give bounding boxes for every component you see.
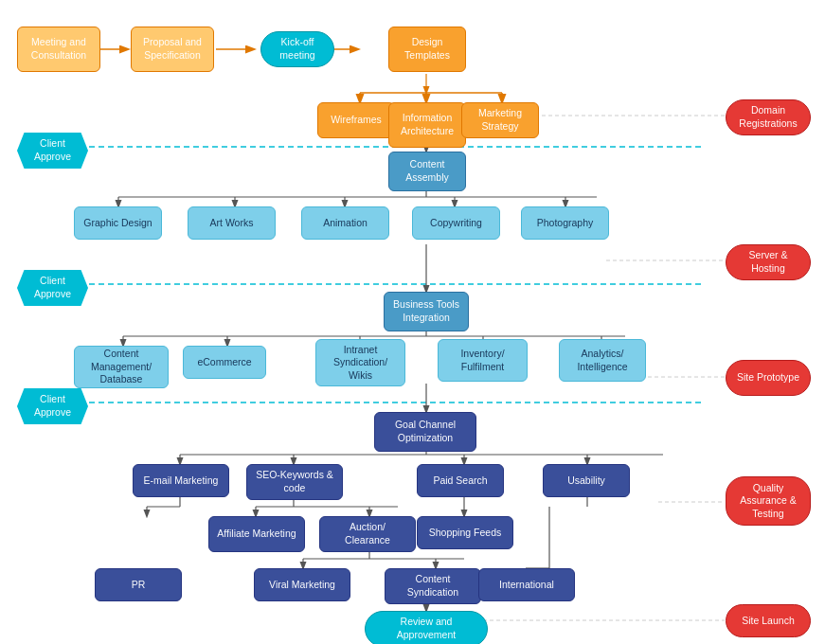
email-marketing-node: E-mail Marketing (133, 464, 229, 497)
inventory-label: Inventory/ Fulfilment (444, 348, 521, 373)
photography-node: Photography (521, 206, 609, 240)
marketing-strategy-label: Marketing Strategy (468, 107, 532, 133)
qa-testing-node: Quality Assurance & Testing (726, 476, 811, 526)
auction-label: Auction/ Clearance (326, 521, 409, 546)
usability-node: Usability (543, 464, 630, 497)
photography-label: Photography (537, 217, 594, 230)
diagram: Meeting and Consultation Proposal and Sp… (0, 0, 825, 644)
domain-registrations-label: Domain Registrations (732, 104, 804, 130)
info-arch-label: Information Architecture (395, 112, 459, 137)
meeting-consultation-node: Meeting and Consultation (17, 27, 100, 72)
email-marketing-label: E-mail Marketing (144, 474, 219, 488)
domain-registrations-node: Domain Registrations (726, 99, 811, 135)
content-assembly-label: Content Assembly (395, 158, 459, 184)
server-hosting-node: Server & Hosting (726, 244, 811, 280)
viral-marketing-label: Viral Marketing (269, 579, 335, 592)
biz-tools-label: Business Tools Integration (390, 298, 462, 324)
server-hosting-label: Server & Hosting (732, 249, 804, 275)
art-works-node: Art Works (188, 206, 276, 240)
meeting-consultation-label: Meeting and Consultation (24, 36, 94, 62)
affiliate-marketing-label: Affiliate Marketing (217, 528, 296, 541)
client-approve-2-label: Client Approve (23, 275, 82, 300)
client-approve-1-node: Client Approve (17, 133, 88, 169)
content-syndication-node: Content Syndication (385, 568, 481, 604)
site-launch-node: Site Launch (726, 604, 811, 637)
auction-node: Auction/ Clearance (319, 516, 416, 552)
wireframes-label: Wireframes (331, 114, 382, 127)
ecommerce-label: eCommerce (197, 356, 251, 369)
proposal-specification-node: Proposal and Specification (131, 27, 214, 72)
seo-label: SEO-Keywords & code (253, 469, 336, 494)
pr-label: PR (132, 579, 146, 592)
marketing-strategy-node: Marketing Strategy (461, 102, 539, 138)
viral-marketing-node: Viral Marketing (254, 568, 350, 601)
biz-tools-node: Business Tools Integration (384, 292, 469, 331)
design-templates-node: Design Templates (388, 27, 466, 72)
graphic-design-label: Graphic Design (83, 217, 152, 230)
client-approve-3-node: Client Approve (17, 388, 88, 424)
paid-search-node: Paid Search (417, 464, 504, 497)
kickoff-meeting-label: Kick-off meeting (267, 36, 328, 62)
qa-testing-label: Quality Assurance & Testing (732, 482, 804, 521)
animation-node: Animation (301, 206, 389, 240)
content-mgmt-label: Content Management/ Database (81, 348, 162, 386)
affiliate-marketing-node: Affiliate Marketing (208, 516, 305, 552)
kickoff-meeting-node: Kick-off meeting (260, 31, 334, 67)
info-arch-node: Information Architecture (388, 102, 466, 148)
animation-label: Animation (323, 217, 368, 230)
client-approve-2-node: Client Approve (17, 270, 88, 306)
client-approve-3-label: Client Approve (23, 393, 82, 419)
analytics-label: Analytics/ Intelligence (565, 348, 639, 373)
shopping-feeds-label: Shopping Feeds (429, 527, 501, 540)
usability-label: Usability (567, 474, 605, 488)
seo-node: SEO-Keywords & code (246, 464, 343, 500)
content-assembly-node: Content Assembly (388, 152, 466, 191)
client-approve-1-label: Client Approve (23, 137, 82, 163)
copywriting-label: Copywriting (430, 217, 482, 230)
graphic-design-node: Graphic Design (74, 206, 162, 240)
site-prototype-label: Site Prototype (737, 371, 799, 385)
site-launch-label: Site Launch (742, 615, 794, 628)
goal-channel-node: Goal Channel Optimization (374, 412, 476, 452)
art-works-label: Art Works (210, 217, 254, 230)
content-mgmt-node: Content Management/ Database (74, 346, 169, 388)
intranet-node: Intranet Syndication/ Wikis (315, 339, 405, 386)
goal-channel-label: Goal Channel Optimization (381, 419, 470, 444)
pr-node: PR (95, 568, 182, 601)
design-templates-label: Design Templates (395, 36, 459, 62)
shopping-feeds-node: Shopping Feeds (417, 516, 513, 549)
site-prototype-node: Site Prototype (726, 360, 811, 396)
paid-search-label: Paid Search (433, 474, 487, 488)
ecommerce-node: eCommerce (183, 346, 266, 379)
intranet-label: Intranet Syndication/ Wikis (322, 344, 399, 383)
proposal-specification-label: Proposal and Specification (137, 36, 207, 62)
wireframes-node: Wireframes (317, 102, 395, 138)
inventory-node: Inventory/ Fulfilment (438, 339, 528, 382)
international-node: International (478, 568, 575, 601)
review-approvement-node: Review and Approvement (365, 611, 488, 644)
analytics-node: Analytics/ Intelligence (559, 339, 646, 382)
international-label: International (499, 579, 554, 592)
copywriting-node: Copywriting (412, 206, 500, 240)
content-syndication-label: Content Syndication (391, 573, 475, 599)
review-approvement-label: Review and Approvement (371, 616, 481, 641)
